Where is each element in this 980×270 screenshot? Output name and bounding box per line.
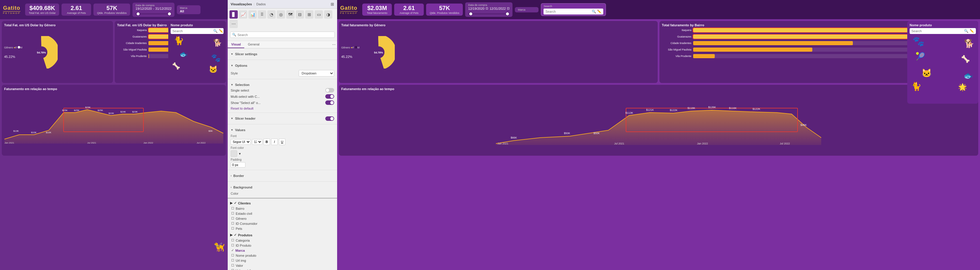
- panel-tab-row: Visual General ⋯: [228, 41, 337, 48]
- left-logo: Gatito PETSHOP: [3, 5, 21, 14]
- viz-icon-map[interactable]: 🗺: [286, 10, 294, 19]
- slider-left-thumb[interactable]: [136, 12, 140, 16]
- tab-general[interactable]: General: [244, 41, 263, 48]
- field-id-consumidor-c[interactable]: ☐ID Consumidor: [230, 221, 335, 226]
- background-section-header[interactable]: › Background: [231, 184, 334, 191]
- right-slider-right-thumb[interactable]: [505, 12, 509, 16]
- slicer-header-section: ▼ Slicer header: [228, 113, 337, 124]
- right-slider-left-thumb[interactable]: [469, 12, 473, 16]
- tab-visual[interactable]: Visual: [228, 41, 244, 48]
- viz-icon-scatter[interactable]: ⠿: [258, 10, 266, 19]
- viz-icon-table[interactable]: ⊟: [296, 10, 304, 19]
- font-size-select[interactable]: 12: [252, 139, 262, 145]
- panel-search-box[interactable]: 🔍: [230, 32, 335, 38]
- slicer-settings-header[interactable]: ▼ Slicer settings: [231, 51, 334, 57]
- svg-text:$113K: $113K: [625, 111, 633, 114]
- show-select-all-toggle[interactable]: [325, 100, 334, 105]
- viz-icon-more[interactable]: ⋯: [229, 20, 238, 28]
- single-select-label: Single select: [231, 89, 249, 92]
- font-italic-btn[interactable]: I: [271, 138, 278, 145]
- panel-search-input[interactable]: [237, 33, 332, 37]
- left-line-svg: $13K $10K $10K $25K $25K $29K $25K $22K …: [4, 92, 224, 144]
- viz-icon-card[interactable]: ▭: [315, 10, 323, 19]
- right-search-icon: 🔍: [592, 10, 596, 14]
- right-search-box-produto[interactable]: 🔍 ✏️: [910, 28, 976, 34]
- date-slider[interactable]: [135, 13, 172, 14]
- right-pencil-produto-icon: ✏️: [970, 29, 974, 33]
- field-estado-civil[interactable]: ☐Estado civil: [230, 211, 335, 216]
- field-genero[interactable]: ☐Gênero: [230, 216, 335, 221]
- border-section-header[interactable]: › Border: [231, 173, 334, 179]
- date-from: 19/12/2020: [135, 7, 152, 10]
- right-pie-container: Gênero ●F M 45.22% 54.78%: [341, 28, 655, 76]
- multi-select-toggle[interactable]: [325, 94, 334, 98]
- right-search-produto-input[interactable]: [912, 29, 964, 33]
- field-group-produtos[interactable]: ▶ ✓ Produtos: [230, 232, 335, 238]
- values-section-header[interactable]: ▼ Values: [231, 127, 334, 133]
- viz-icon-gauge[interactable]: ◑: [324, 10, 332, 19]
- tab-more-icon[interactable]: ⋯: [331, 41, 337, 48]
- panel-top-viz[interactable]: Visualizações: [231, 2, 252, 6]
- viz-icons-area: ▊ 📈 📊 ⠿ ◔ ◎ 🗺 ⊟ ⊞ ▭ ◑ ⋯: [228, 9, 337, 30]
- selection-title: Selection: [235, 83, 250, 87]
- font-row: Segoe UI 12 B I U: [231, 138, 334, 145]
- pet-sticker-6: 🐱: [209, 65, 218, 73]
- left-kpi1: $409.68K Total Fat. em US Dolar: [25, 3, 59, 16]
- field-id-produto-p[interactable]: ☐ID Produto: [230, 243, 335, 248]
- options-section-header[interactable]: ▼ Options: [231, 62, 334, 69]
- slider-right-thumb[interactable]: [167, 12, 172, 16]
- field-group-clientes[interactable]: ▶ ✓ Clientes: [230, 200, 335, 206]
- right-stickers-area: 🐾 🐕 🎾 🦴 🐱 🐟 🐈 🌟: [910, 36, 976, 95]
- slicer-header-section-header[interactable]: ▼ Slicer header: [231, 115, 256, 122]
- svg-text:Jan 2021: Jan 2021: [497, 142, 508, 145]
- field-bairro[interactable]: ☐Bairro: [230, 206, 335, 211]
- selection-section-header[interactable]: ▼ Selection: [231, 81, 334, 88]
- right-date-filter[interactable]: Data de compra 12/19/2020 ⊡ 12/31/2022 ⊡: [465, 2, 512, 17]
- left-pie-container: Gênero ●F M 45.22% 54.78%: [4, 28, 111, 76]
- svg-text:$9K: $9K: [208, 130, 213, 132]
- right-marca-filter[interactable]: Marca: [515, 7, 538, 13]
- right-pencil-icon: ✏️: [597, 10, 601, 14]
- multi-select-row: Multi-select with C...: [231, 94, 334, 98]
- field-valor-medio[interactable]: ☐Valor médio po...: [230, 268, 335, 270]
- field-marca[interactable]: ✓Marca: [230, 248, 335, 253]
- viz-icon-bar[interactable]: ▊: [229, 10, 238, 19]
- left-marca-filter[interactable]: Marca All: [177, 5, 200, 14]
- left-date-filter[interactable]: Data de compra 19/12/2020 - 31/12/2022: [132, 3, 175, 17]
- svg-text:54.78%: 54.78%: [37, 51, 46, 54]
- right-search-input[interactable]: [545, 10, 592, 13]
- viz-icon-matrix[interactable]: ⊞: [305, 10, 313, 19]
- font-color-dropdown-icon[interactable]: ▼: [239, 152, 241, 156]
- font-family-select[interactable]: Segoe UI: [231, 139, 251, 145]
- panel-filter-icon[interactable]: ⊞: [331, 2, 334, 6]
- viz-icon-pie[interactable]: ◔: [267, 10, 275, 19]
- panel-top-data[interactable]: Dados: [256, 2, 266, 6]
- right-pie-chart-card: Total faturamento by Gênero Gênero ●F M …: [339, 21, 658, 83]
- reset-to-default-btn[interactable]: Reset to default: [231, 106, 334, 110]
- font-color-swatch[interactable]: [231, 150, 237, 157]
- options-style-select[interactable]: Dropdown: [299, 70, 334, 76]
- field-pets[interactable]: ☐Pets: [230, 226, 335, 231]
- viz-icon-donut[interactable]: ◎: [277, 10, 285, 19]
- svg-text:54.78%: 54.78%: [374, 51, 383, 54]
- field-url-img[interactable]: ☐Url img: [230, 258, 335, 263]
- field-valor-p[interactable]: ☐Valor: [230, 263, 335, 268]
- show-select-all-row: Show "Select all" o...: [231, 100, 334, 105]
- svg-text:$50K: $50K: [564, 132, 570, 135]
- viz-icon-line[interactable]: 📈: [239, 10, 247, 19]
- field-nome-produto[interactable]: ☐Nome produto: [230, 253, 335, 258]
- single-select-toggle[interactable]: [325, 88, 334, 92]
- right-date-slider[interactable]: [468, 13, 509, 14]
- right-search-produto-icon: 🔍: [964, 29, 969, 33]
- font-underline-btn[interactable]: U: [279, 138, 285, 145]
- svg-text:$25K: $25K: [74, 109, 80, 112]
- values-font-label: Font: [231, 134, 334, 138]
- options-style-label: Style: [231, 71, 238, 75]
- field-categoria[interactable]: ☐Categoria: [230, 238, 335, 243]
- viz-icon-area[interactable]: 📊: [248, 10, 257, 19]
- padding-input[interactable]: [231, 162, 245, 167]
- slicer-header-toggle[interactable]: [325, 116, 334, 121]
- left-search-box[interactable]: 🔍 ✏️: [171, 28, 224, 34]
- font-bold-btn[interactable]: B: [264, 138, 270, 145]
- left-search-input[interactable]: [172, 29, 213, 33]
